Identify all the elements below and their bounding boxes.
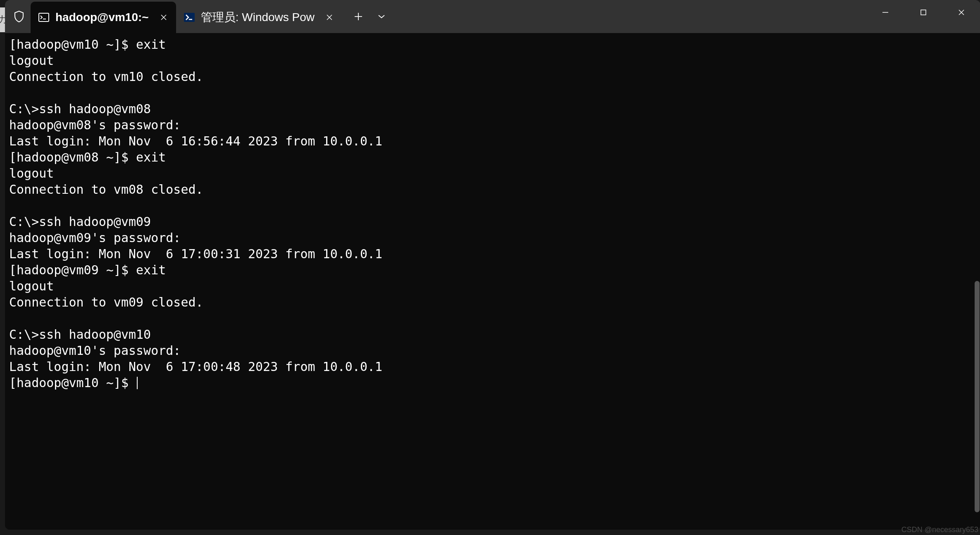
svg-rect-11 [921,10,926,15]
terminal-cursor [137,377,138,389]
profile-dropdown-button[interactable] [372,5,391,28]
svg-rect-0 [39,13,49,21]
shield-icon [12,10,26,23]
tab-close-button[interactable] [158,12,169,23]
close-window-button[interactable] [942,0,980,25]
tab-hadoop-vm10[interactable]: hadoop@vm10:~ [31,2,176,33]
scrollbar-thumb[interactable] [975,281,980,512]
new-tab-button[interactable] [347,5,370,28]
watermark: CSDN @necessary653 [901,525,978,534]
svg-rect-4 [184,13,195,22]
minimize-button[interactable] [866,0,904,25]
powershell-icon [184,12,195,23]
window-controls [866,0,980,25]
tab-title: hadoop@vm10:~ [55,11,149,24]
maximize-button[interactable] [904,0,942,25]
tab-bar: hadoop@vm10:~ 管理员: Windows Pow [31,0,342,33]
tab-close-button[interactable] [324,12,335,23]
terminal-icon [38,12,50,23]
terminal-window: hadoop@vm10:~ 管理员: Windows Pow [5,0,980,530]
tab-title: 管理员: Windows Pow [201,10,315,25]
terminal-output[interactable]: [hadoop@vm10 ~]$ exit logout Connection … [5,33,980,530]
tab-powershell-admin[interactable]: 管理员: Windows Pow [176,2,342,33]
titlebar[interactable]: hadoop@vm10:~ 管理员: Windows Pow [5,0,980,33]
left-edge-fragment: 力 [0,7,5,32]
